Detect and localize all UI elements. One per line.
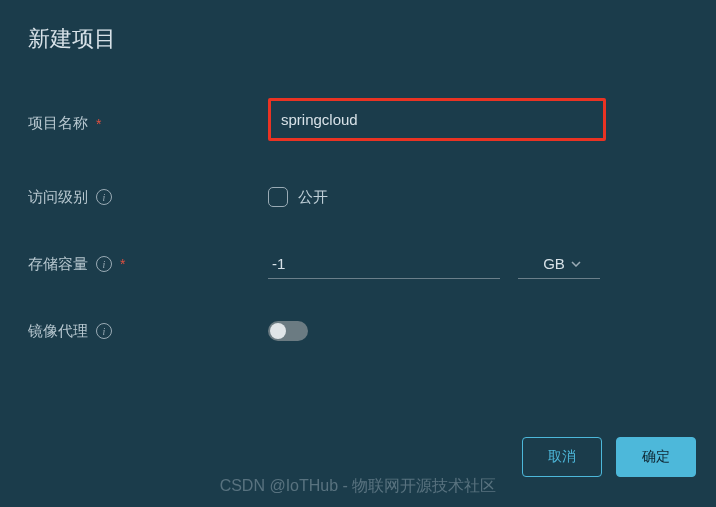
storage-capacity-label: 存储容量 i * [28, 255, 268, 274]
image-proxy-row: 镜像代理 i [28, 321, 688, 341]
required-marker: * [96, 116, 101, 132]
dialog-footer: 取消 确定 [522, 437, 696, 477]
chevron-down-icon [571, 261, 581, 267]
access-level-row: 访问级别 i 公开 [28, 187, 688, 207]
confirm-button[interactable]: 确定 [616, 437, 696, 477]
storage-unit-value: GB [543, 255, 565, 272]
image-proxy-label: 镜像代理 i [28, 322, 268, 341]
info-icon[interactable]: i [96, 189, 112, 205]
cancel-button[interactable]: 取消 [522, 437, 602, 477]
toggle-knob [270, 323, 286, 339]
new-project-dialog: 新建项目 项目名称 * 访问级别 i 公开 存储容量 i * [0, 0, 716, 407]
project-name-highlight [268, 98, 606, 141]
storage-capacity-input[interactable] [268, 249, 500, 279]
watermark: CSDN @IoTHub - 物联网开源技术社区 [220, 476, 497, 497]
project-name-input[interactable] [277, 105, 597, 134]
storage-capacity-row: 存储容量 i * GB [28, 249, 688, 279]
public-checkbox-label: 公开 [298, 188, 328, 207]
project-name-label: 项目名称 * [28, 114, 268, 133]
project-name-row: 项目名称 * [28, 102, 688, 145]
image-proxy-toggle[interactable] [268, 321, 308, 341]
public-checkbox[interactable] [268, 187, 288, 207]
info-icon[interactable]: i [96, 323, 112, 339]
info-icon[interactable]: i [96, 256, 112, 272]
storage-unit-select[interactable]: GB [518, 249, 600, 279]
required-marker: * [120, 256, 125, 272]
dialog-title: 新建项目 [28, 24, 688, 54]
access-level-label: 访问级别 i [28, 188, 268, 207]
